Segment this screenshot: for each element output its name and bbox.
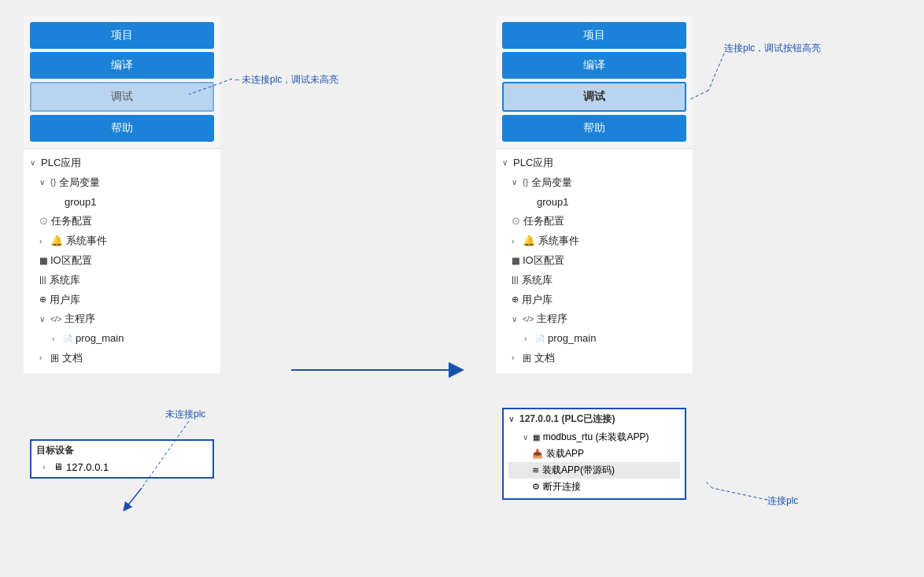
- prog-main-arrow-icon-left: ›: [52, 333, 60, 346]
- left-sys-lib-label: 系统库: [50, 272, 80, 289]
- left-global-vars-label: 全局变量: [59, 175, 100, 191]
- left-toolbar: 项目 编译 调试 帮助: [24, 16, 220, 148]
- right-sys-events-label: 系统事件: [538, 233, 579, 250]
- device-arrow-icon: ›: [43, 463, 50, 472]
- right-load-app-label: 装载APP: [546, 447, 584, 460]
- left-tree-plc-app[interactable]: ∨ PLC应用: [24, 153, 220, 173]
- main-prog-code-icon-left: </>: [50, 313, 61, 326]
- right-tree-io-config[interactable]: ▦ IO区配置: [496, 251, 693, 271]
- left-prog-main-label: prog_main: [76, 331, 124, 347]
- right-load-app-src-label: 装载APP(带源码): [542, 464, 615, 477]
- sys-events-arrow-icon: ›: [39, 235, 47, 248]
- right-app-item[interactable]: ∨ ▦ modbus_rtu (未装载APP): [508, 429, 680, 446]
- left-device-box-title: 目标设备: [36, 444, 208, 457]
- right-load-app[interactable]: 📥 装载APP: [508, 446, 680, 462]
- left-group1-label: group1: [65, 194, 96, 211]
- right-toolbar: 项目 编译 调试 帮助: [496, 16, 693, 148]
- right-tree-group1[interactable]: group1: [496, 193, 693, 213]
- bell-icon-left: 🔔: [50, 233, 63, 250]
- right-docs-icon: 囲: [523, 352, 531, 366]
- left-tree-group1[interactable]: group1: [24, 193, 220, 213]
- right-task-config-label: 任务配置: [523, 213, 564, 230]
- left-tree-docs[interactable]: › 囲 文档: [24, 349, 220, 368]
- right-io-config-label: IO区配置: [523, 253, 564, 269]
- right-sys-lib-label: 系统库: [522, 272, 553, 289]
- left-user-lib-label: 用户库: [50, 292, 80, 309]
- left-compile-button[interactable]: 编译: [30, 52, 214, 79]
- left-help-button[interactable]: 帮助: [30, 115, 214, 142]
- right-plc-app-collapse-icon: ∨: [502, 157, 510, 169]
- right-tree-sys-lib[interactable]: ||| 系统库: [496, 271, 693, 290]
- left-device-item[interactable]: › 🖥 127.0.0.1: [36, 460, 208, 474]
- right-sys-lib-icon: |||: [512, 273, 519, 287]
- right-prog-main-arrow-icon: ›: [524, 333, 532, 346]
- left-tree-global-vars[interactable]: ∨ {} 全局变量: [24, 173, 220, 193]
- right-tree-main-prog[interactable]: ∨ </> 主程序: [496, 309, 693, 329]
- right-tree-global-vars[interactable]: ∨ {} 全局变量: [496, 173, 693, 193]
- right-compile-button[interactable]: 编译: [502, 52, 686, 79]
- left-device-box: 目标设备 › 🖥 127.0.0.1: [30, 439, 214, 479]
- right-tree-sys-events[interactable]: › 🔔 系统事件: [496, 231, 693, 251]
- right-tree-prog-main[interactable]: › 📄 prog_main: [496, 329, 693, 349]
- right-docs-arrow-icon: ›: [512, 352, 519, 364]
- left-tree-prog-main[interactable]: › 📄 prog_main: [24, 329, 220, 349]
- user-lib-icon-left: ⊕: [39, 293, 46, 307]
- left-main-prog-label: 主程序: [65, 311, 95, 327]
- left-device-ip: 127.0.0.1: [66, 461, 109, 473]
- main-prog-collapse-icon-left: ∨: [39, 313, 47, 326]
- left-tree-io-config[interactable]: ▦ IO区配置: [24, 251, 220, 271]
- gear-icon-left: ⊙: [39, 213, 48, 230]
- right-tree-docs[interactable]: › 囲 文档: [496, 349, 693, 368]
- disconnect-icon: ⚙: [532, 482, 540, 492]
- right-connected-box: ∨ 127.0.0.1 (PLC已连接) ∨ ▦ modbus_rtu (未装载…: [502, 408, 686, 500]
- app-grid-icon: ▦: [533, 433, 540, 442]
- left-debug-button[interactable]: 调试: [30, 82, 214, 112]
- left-annotation-debug: －未连接plc，调试未高亮: [232, 74, 338, 85]
- right-debug-button[interactable]: 调试: [502, 82, 686, 112]
- right-annotation-connect: 连接plc: [767, 495, 798, 506]
- right-project-button[interactable]: 项目: [502, 22, 686, 49]
- sys-lib-icon-left: |||: [39, 273, 46, 287]
- right-main-prog-collapse-icon: ∨: [512, 313, 519, 326]
- grid-icon-left: ▦: [39, 254, 47, 268]
- load-app-src-icon: ≋: [532, 465, 539, 475]
- right-load-app-src[interactable]: ≋ 装载APP(带源码): [508, 462, 680, 479]
- left-tree-main-prog[interactable]: ∨ </> 主程序: [24, 309, 220, 329]
- prog-main-file-icon-left: 📄: [63, 333, 72, 346]
- annotation-line-connect: [712, 488, 767, 500]
- global-vars-collapse-icon: ∨: [39, 176, 47, 189]
- right-bell-icon: 🔔: [523, 233, 535, 250]
- right-tree-task-config[interactable]: ⊙ 任务配置: [496, 212, 693, 231]
- right-group1-label: group1: [537, 194, 568, 211]
- right-help-button[interactable]: 帮助: [502, 115, 686, 142]
- annotation-line-connect2: [704, 480, 712, 488]
- right-user-lib-icon: ⊕: [512, 293, 519, 307]
- plc-app-collapse-icon: ∨: [30, 157, 38, 169]
- right-sys-events-arrow-icon: ›: [512, 235, 519, 248]
- app-collapse-icon: ∨: [523, 433, 530, 442]
- right-connected-title-text: 127.0.0.1 (PLC已连接): [519, 412, 615, 426]
- right-braces-icon: {}: [523, 176, 528, 190]
- right-tree-plc-app[interactable]: ∨ PLC应用: [496, 153, 693, 173]
- left-tree-user-lib[interactable]: ⊕ 用户库: [24, 290, 220, 310]
- left-project-button[interactable]: 项目: [30, 22, 214, 49]
- right-tree: ∨ PLC应用 ∨ {} 全局变量 group1 ⊙ 任务配置 › 🔔 系统事件…: [496, 148, 693, 373]
- right-global-vars-label: 全局变量: [531, 175, 572, 191]
- left-tree-task-config[interactable]: ⊙ 任务配置: [24, 212, 220, 231]
- right-main-prog-label: 主程序: [537, 311, 567, 327]
- left-sys-events-label: 系统事件: [66, 233, 107, 250]
- monitor-icon-left: 🖥: [54, 461, 63, 472]
- right-grid-icon: ▦: [512, 254, 519, 268]
- braces-icon: {}: [50, 176, 56, 190]
- annotation-line-debug-right: [708, 54, 724, 91]
- left-tree-sys-lib[interactable]: ||| 系统库: [24, 271, 220, 290]
- right-docs-label: 文档: [534, 350, 555, 367]
- right-disconnect-label: 断开连接: [543, 480, 581, 494]
- right-prog-main-file-icon: 📄: [535, 333, 545, 346]
- right-plc-app-label: PLC应用: [513, 155, 553, 172]
- right-tree-user-lib[interactable]: ⊕ 用户库: [496, 290, 693, 310]
- right-disconnect[interactable]: ⚙ 断开连接: [508, 479, 680, 495]
- annotation-arrow-no-plc: [126, 488, 142, 508]
- left-tree-sys-events[interactable]: › 🔔 系统事件: [24, 231, 220, 251]
- right-gear-icon: ⊙: [512, 213, 520, 230]
